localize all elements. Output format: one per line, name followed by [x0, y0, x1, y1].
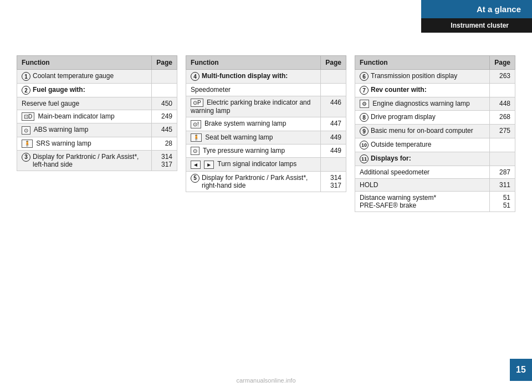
- engine-icon: ⚙: [360, 100, 369, 108]
- circle-6: 6: [360, 72, 369, 81]
- table2-row7-page: [321, 158, 346, 171]
- table3-row9-page: 311: [490, 179, 515, 192]
- table-section-1: Function Page 1 Coolant temperature gaug…: [17, 55, 177, 212]
- table3-row1-function: 6 Transmission position display: [355, 70, 490, 84]
- abs-icon: ⊙: [22, 126, 30, 135]
- table2-row6-page: 449: [321, 144, 346, 157]
- table-section-2: Function Page 4 Multi-function display w…: [186, 55, 346, 212]
- table3-row8-function: Additional speedometer: [355, 166, 490, 179]
- table3-row10-page: 51 51: [490, 192, 515, 212]
- circle-2: 2: [22, 86, 30, 95]
- table1-row5-page: 445: [152, 123, 177, 137]
- table2-row8-page: 314 317: [321, 171, 346, 192]
- table1-row5-function: ⊙ ABS warning lamp: [17, 123, 152, 137]
- table-section-3: Function Page 6 Transmission position di…: [355, 55, 515, 212]
- table3-row9-function: HOLD: [355, 179, 490, 192]
- circle-8: 8: [360, 113, 369, 122]
- table1-function-header: Function: [17, 56, 152, 70]
- turn-left-icon: ◄: [191, 161, 201, 169]
- table3-row5-function: 9 Basic menu for on-board computer: [355, 125, 490, 138]
- table1-row4-page: 249: [152, 110, 177, 123]
- table1-row2-page: [152, 84, 177, 97]
- epb-icon: ⊙P: [191, 99, 203, 107]
- table-row: 🧍 Seat belt warning lamp 449: [186, 131, 346, 144]
- table2-row5-function: 🧍 Seat belt warning lamp: [186, 131, 321, 144]
- table-row: ⚙ Engine diagnostics warning lamp 448: [355, 97, 515, 111]
- table-row: Reserve fuel gauge 450: [17, 97, 177, 110]
- table-row: 11 Displays for:: [355, 152, 515, 166]
- table1-row1-function: 1 Coolant temperature gauge: [17, 70, 152, 84]
- circle-3: 3: [22, 153, 30, 162]
- table-row: 4 Multi-function display with:: [186, 70, 346, 84]
- table3-row3-page: 448: [490, 97, 515, 111]
- circle-7: 7: [360, 86, 369, 95]
- table-row: ⊙P Electric parking brake indicator and …: [186, 96, 346, 117]
- table1-row6-page: 28: [152, 137, 177, 150]
- table3-row4-page: 268: [490, 111, 515, 125]
- table1-row7-function: 3 Display for Parktronic / Park Assist*,…: [17, 150, 152, 171]
- table3-row6-function: 10 Outside temperature: [355, 138, 490, 152]
- table-row: 10 Outside temperature: [355, 138, 515, 152]
- table-row: 9 Basic menu for on-board computer 275: [355, 125, 515, 138]
- page-number: 15: [510, 359, 532, 381]
- table3-page-header: Page: [490, 56, 515, 70]
- table3-row4-function: 8 Drive program display: [355, 111, 490, 125]
- table-row: ⊙ ABS warning lamp 445: [17, 123, 177, 137]
- table3-row2-function: 7 Rev counter with:: [355, 84, 490, 97]
- table2-row3-page: 446: [321, 96, 346, 117]
- at-a-glance-label: At a glance: [421, 0, 532, 18]
- brake-icon: ⊙!: [191, 120, 201, 128]
- circle-11: 11: [360, 154, 369, 163]
- table2-row3-function: ⊙P Electric parking brake indicator and …: [186, 96, 321, 117]
- main-content: Function Page 1 Coolant temperature gaug…: [17, 55, 515, 212]
- table3-row6-page: [490, 138, 515, 152]
- circle-10: 10: [360, 141, 369, 149]
- table-2: Function Page 4 Multi-function display w…: [186, 55, 346, 192]
- seatbelt-icon: 🧍: [191, 133, 202, 142]
- table-row: 2 Fuel gauge with:: [17, 84, 177, 97]
- table1-row6-function: 🧍 SRS warning lamp: [17, 137, 152, 150]
- section-color-block: [512, 21, 521, 30]
- table-row: ◄ ► Turn signal indicator lamps: [186, 158, 346, 171]
- table-row: ⊡D Main-beam indicator lamp 249: [17, 110, 177, 123]
- circle-1: 1: [22, 72, 30, 81]
- table2-row1-page: [321, 70, 346, 84]
- table1-row3-page: 450: [152, 97, 177, 110]
- table3-row3-function: ⚙ Engine diagnostics warning lamp: [355, 97, 490, 111]
- table1-row3-function: Reserve fuel gauge: [17, 97, 152, 110]
- table2-row4-function: ⊙! Brake system warning lamp: [186, 117, 321, 131]
- table-row: ⊙! Brake system warning lamp 447: [186, 117, 346, 131]
- table2-row7-function: ◄ ► Turn signal indicator lamps: [186, 158, 321, 171]
- table3-row10-function: Distance warning system*PRE-SAFE® brake: [355, 192, 490, 212]
- table-1: Function Page 1 Coolant temperature gaug…: [17, 55, 177, 171]
- table-row: Speedometer: [186, 84, 346, 96]
- table-row: 1 Coolant temperature gauge: [17, 70, 177, 84]
- circle-5: 5: [191, 174, 200, 183]
- table2-row2-page: [321, 84, 346, 96]
- table3-row5-page: 275: [490, 125, 515, 138]
- table-row: 7 Rev counter with:: [355, 84, 515, 97]
- table1-row4-function: ⊡D Main-beam indicator lamp: [17, 110, 152, 123]
- circle-4: 4: [191, 72, 200, 81]
- table2-row6-function: ⊙ Tyre pressure warning lamp: [186, 144, 321, 157]
- table-row: Distance warning system*PRE-SAFE® brake …: [355, 192, 515, 212]
- table2-row4-page: 447: [321, 117, 346, 131]
- table-row: 6 Transmission position display 263: [355, 70, 515, 84]
- table1-row1-page: [152, 70, 177, 84]
- circle-9: 9: [360, 127, 369, 136]
- table2-page-header: Page: [321, 56, 346, 70]
- table2-row8-function: 5 Display for Parktronic / Park Assist*,…: [186, 171, 321, 192]
- table3-row7-page: [490, 152, 515, 166]
- header: At a glance Instrument cluster: [421, 0, 532, 33]
- table-row: 8 Drive program display 268: [355, 111, 515, 125]
- table1-row7-page: 314 317: [152, 150, 177, 171]
- table3-row7-function: 11 Displays for:: [355, 152, 490, 166]
- table-3: Function Page 6 Transmission position di…: [355, 55, 515, 212]
- main-beam-icon: ⊡D: [22, 112, 34, 121]
- table2-row5-page: 449: [321, 131, 346, 144]
- table3-row2-page: [490, 84, 515, 97]
- table-row: HOLD 311: [355, 179, 515, 192]
- table-row: 🧍 SRS warning lamp 28: [17, 137, 177, 150]
- table2-row2-function: Speedometer: [186, 84, 321, 96]
- table1-row2-function: 2 Fuel gauge with:: [17, 84, 152, 97]
